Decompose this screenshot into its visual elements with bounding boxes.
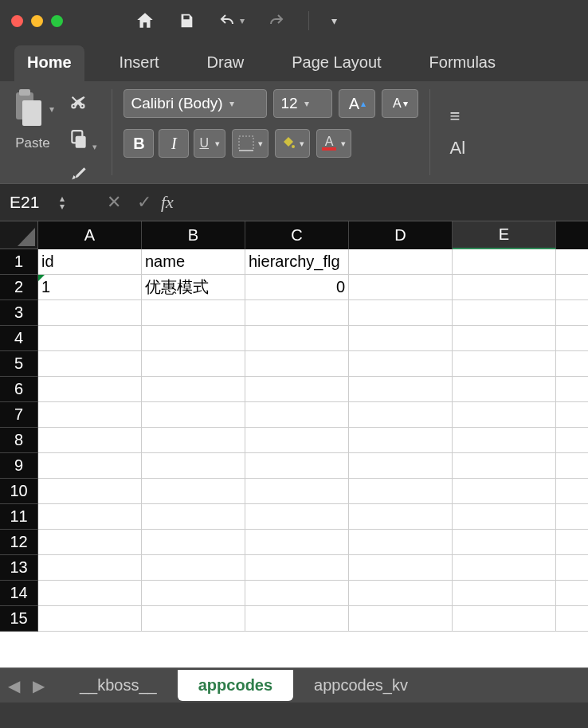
tab-draw[interactable]: Draw xyxy=(194,45,257,81)
cell-B15[interactable] xyxy=(142,606,245,632)
cell-C12[interactable] xyxy=(245,530,349,555)
row-header-15[interactable]: 15 xyxy=(0,606,38,632)
window-close-button[interactable] xyxy=(11,15,23,27)
cell-E1[interactable] xyxy=(453,249,556,275)
cell-C4[interactable] xyxy=(245,326,349,351)
col-header-B[interactable]: B xyxy=(142,221,245,249)
cell-E9[interactable] xyxy=(453,453,556,479)
cell-D15[interactable] xyxy=(349,606,453,632)
decrease-font-button[interactable]: A▾ xyxy=(382,89,418,118)
align-top-icon[interactable]: ≡ xyxy=(449,106,465,127)
cell-F4[interactable] xyxy=(556,326,588,351)
cell-F7[interactable] xyxy=(556,402,588,428)
bold-button[interactable]: B xyxy=(123,129,154,158)
paste-dropdown-icon[interactable]: ▾ xyxy=(49,104,54,115)
sheet-nav-prev-icon[interactable]: ◀ xyxy=(8,676,20,695)
cell-C6[interactable] xyxy=(245,377,349,402)
cell-E12[interactable] xyxy=(453,530,556,555)
row-header-8[interactable]: 8 xyxy=(0,428,38,453)
cell-D6[interactable] xyxy=(349,377,453,402)
col-header-F[interactable] xyxy=(556,221,588,249)
cell-A14[interactable] xyxy=(38,581,142,606)
cell-F3[interactable] xyxy=(556,300,588,326)
cell-C14[interactable] xyxy=(245,581,349,606)
cell-F10[interactable] xyxy=(556,479,588,504)
cell-F1[interactable] xyxy=(556,249,588,275)
sheet-nav-next-icon[interactable]: ▶ xyxy=(33,676,45,695)
font-size-select[interactable]: 12▾ xyxy=(273,89,332,118)
spreadsheet-grid[interactable]: A B C D E 123456789101112131415 idnamehi… xyxy=(0,221,588,667)
cell-D8[interactable] xyxy=(349,428,453,453)
cell-E4[interactable] xyxy=(453,326,556,351)
col-header-D[interactable]: D xyxy=(349,221,453,249)
cell-E13[interactable] xyxy=(453,555,556,581)
undo-button[interactable]: ▾ xyxy=(218,11,245,30)
copy-icon[interactable]: ▾ xyxy=(65,126,100,156)
window-zoom-button[interactable] xyxy=(51,15,63,27)
tab-formulas[interactable]: Formulas xyxy=(417,45,508,81)
cell-C11[interactable] xyxy=(245,504,349,530)
cell-A12[interactable] xyxy=(38,530,142,555)
sheet-tab-appcodes[interactable]: appcodes xyxy=(178,670,293,701)
cell-D9[interactable] xyxy=(349,453,453,479)
cell-A2[interactable]: 1 xyxy=(38,275,142,300)
row-header-1[interactable]: 1 xyxy=(0,249,38,275)
cell-C3[interactable] xyxy=(245,300,349,326)
cell-D3[interactable] xyxy=(349,300,453,326)
paste-button[interactable]: ▾ Paste xyxy=(11,89,54,151)
cell-C7[interactable] xyxy=(245,402,349,428)
cell-E14[interactable] xyxy=(453,581,556,606)
cell-B4[interactable] xyxy=(142,326,245,351)
row-header-12[interactable]: 12 xyxy=(0,530,38,555)
cell-B7[interactable] xyxy=(142,402,245,428)
col-header-C[interactable]: C xyxy=(245,221,349,249)
home-icon[interactable] xyxy=(135,10,155,31)
cell-F5[interactable] xyxy=(556,351,588,377)
cell-A6[interactable] xyxy=(38,377,142,402)
cell-C1[interactable]: hierarchy_flg xyxy=(245,249,349,275)
cell-C15[interactable] xyxy=(245,606,349,632)
accept-formula-icon[interactable]: ✓ xyxy=(137,192,151,213)
cell-A4[interactable] xyxy=(38,326,142,351)
cell-B9[interactable] xyxy=(142,453,245,479)
sheet-tab-appcodes-kv[interactable]: appcodes_kv xyxy=(293,670,429,701)
cell-A7[interactable] xyxy=(38,402,142,428)
formula-input[interactable] xyxy=(183,194,578,212)
cell-F12[interactable] xyxy=(556,530,588,555)
cell-D13[interactable] xyxy=(349,555,453,581)
cell-A11[interactable] xyxy=(38,504,142,530)
row-header-9[interactable]: 9 xyxy=(0,453,38,479)
increase-font-button[interactable]: A▴ xyxy=(339,89,375,118)
cell-F13[interactable] xyxy=(556,555,588,581)
cell-D4[interactable] xyxy=(349,326,453,351)
window-minimize-button[interactable] xyxy=(31,15,43,27)
cell-B10[interactable] xyxy=(142,479,245,504)
cell-C9[interactable] xyxy=(245,453,349,479)
cell-E6[interactable] xyxy=(453,377,556,402)
cell-A13[interactable] xyxy=(38,555,142,581)
cell-B6[interactable] xyxy=(142,377,245,402)
row-header-7[interactable]: 7 xyxy=(0,402,38,428)
cell-E7[interactable] xyxy=(453,402,556,428)
cell-E11[interactable] xyxy=(453,504,556,530)
name-box[interactable]: E21 ▴▾ xyxy=(10,193,97,212)
row-header-11[interactable]: 11 xyxy=(0,504,38,530)
row-header-5[interactable]: 5 xyxy=(0,351,38,377)
cell-A3[interactable] xyxy=(38,300,142,326)
name-box-stepper[interactable]: ▴▾ xyxy=(60,194,65,210)
cell-D12[interactable] xyxy=(349,530,453,555)
col-header-E[interactable]: E xyxy=(453,221,556,249)
redo-button[interactable] xyxy=(267,11,286,30)
cell-D5[interactable] xyxy=(349,351,453,377)
cell-B1[interactable]: name xyxy=(142,249,245,275)
italic-button[interactable]: I xyxy=(159,129,189,158)
cell-E5[interactable] xyxy=(453,351,556,377)
cancel-formula-icon[interactable]: ✕ xyxy=(107,192,121,213)
row-header-6[interactable]: 6 xyxy=(0,377,38,402)
tab-page-layout[interactable]: Page Layout xyxy=(279,45,394,81)
font-name-select[interactable]: Calibri (Body)▾ xyxy=(123,89,267,118)
cell-F6[interactable] xyxy=(556,377,588,402)
cell-B3[interactable] xyxy=(142,300,245,326)
cell-B12[interactable] xyxy=(142,530,245,555)
row-header-14[interactable]: 14 xyxy=(0,581,38,606)
